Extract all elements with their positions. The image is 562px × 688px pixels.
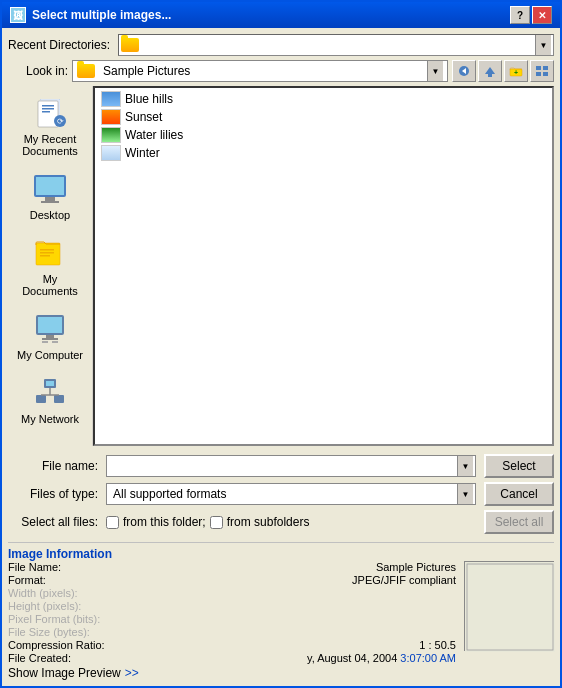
select-all-checkboxes: from this folder; from subfolders bbox=[106, 515, 476, 529]
sidebar-item-network[interactable]: My Network bbox=[10, 370, 90, 430]
main-window: 🖼 Select multiple images... ? ✕ Recent D… bbox=[0, 0, 562, 688]
title-bar-buttons: ? ✕ bbox=[510, 6, 552, 24]
sidebar-item-documents-label: My Documents bbox=[15, 273, 85, 297]
desktop-icon bbox=[32, 171, 68, 207]
info-row-file-size: File Size (bytes): bbox=[8, 626, 456, 638]
file-name-text-input[interactable] bbox=[109, 459, 457, 473]
from-folder-checkbox[interactable] bbox=[106, 516, 119, 529]
view-button[interactable] bbox=[530, 60, 554, 82]
file-thumb-winter bbox=[101, 145, 121, 161]
sidebar-item-documents[interactable]: My Documents bbox=[10, 230, 90, 302]
file-type-select[interactable]: All supported formats ▼ bbox=[106, 483, 476, 505]
svg-rect-25 bbox=[40, 255, 50, 257]
svg-rect-22 bbox=[36, 243, 60, 265]
svg-rect-8 bbox=[536, 72, 541, 76]
new-folder-button[interactable]: + bbox=[504, 60, 528, 82]
file-item-blue-hills[interactable]: Blue hills bbox=[97, 90, 550, 108]
file-name-winter: Winter bbox=[125, 146, 160, 160]
file-name-row: File name: ▼ Select bbox=[8, 454, 554, 478]
info-label-filename: File Name: bbox=[8, 561, 118, 573]
info-row-pixel-format: Pixel Format (bits): bbox=[8, 613, 456, 625]
recent-docs-icon: ⟳ bbox=[32, 95, 68, 131]
recent-dirs-label: Recent Directories: bbox=[8, 38, 110, 52]
svg-rect-39 bbox=[465, 562, 555, 652]
sidebar-item-network-label: My Network bbox=[21, 413, 79, 425]
look-in-combo[interactable]: Sample Pictures ▼ bbox=[72, 60, 448, 82]
svg-marker-2 bbox=[485, 67, 495, 74]
select-all-row: Select all files: from this folder; from… bbox=[8, 510, 554, 534]
dialog-content: Recent Directories: ▼ Look in: Sample Pi… bbox=[2, 28, 560, 686]
up-button[interactable] bbox=[478, 60, 502, 82]
file-thumb-sunset bbox=[101, 109, 121, 125]
info-value-pixel-format bbox=[122, 613, 456, 625]
file-type-row: Files of type: All supported formats ▼ C… bbox=[8, 482, 554, 506]
svg-rect-3 bbox=[488, 74, 492, 77]
close-button[interactable]: ✕ bbox=[532, 6, 552, 24]
file-item-sunset[interactable]: Sunset bbox=[97, 108, 550, 126]
main-area: ⟳ My RecentDocuments bbox=[8, 86, 554, 446]
sidebar-item-desktop[interactable]: Desktop bbox=[10, 166, 90, 226]
from-subfolders-checkbox[interactable] bbox=[210, 516, 223, 529]
sidebar-item-recent[interactable]: ⟳ My RecentDocuments bbox=[10, 90, 90, 162]
svg-rect-30 bbox=[42, 341, 48, 343]
file-name-water-lilies: Water lilies bbox=[125, 128, 183, 142]
svg-rect-24 bbox=[40, 252, 54, 254]
svg-rect-19 bbox=[36, 177, 64, 195]
file-name-label: File name: bbox=[8, 459, 98, 473]
select-all-button[interactable]: Select all bbox=[484, 510, 554, 534]
show-preview-arrow[interactable]: >> bbox=[125, 666, 139, 680]
file-thumb-water-lilies bbox=[101, 127, 121, 143]
toolbar-buttons: + bbox=[452, 60, 554, 82]
info-created-time: 3:07:00 AM bbox=[400, 652, 456, 664]
image-info-fields: File Name: Sample Pictures Format: JPEG/… bbox=[8, 561, 456, 680]
sidebar-item-recent-label: My RecentDocuments bbox=[22, 133, 78, 157]
folder-icon bbox=[121, 38, 139, 52]
image-preview bbox=[464, 561, 554, 651]
file-name-sunset: Sunset bbox=[125, 110, 162, 124]
svg-rect-6 bbox=[536, 66, 541, 70]
svg-rect-31 bbox=[52, 341, 58, 343]
info-row-compression: Compression Ratio: 1 : 50.5 bbox=[8, 639, 456, 651]
toolbar-row: Look in: Sample Pictures ▼ + bbox=[8, 60, 554, 82]
cancel-button[interactable]: Cancel bbox=[484, 482, 554, 506]
info-label-format: Format: bbox=[8, 574, 118, 586]
svg-rect-33 bbox=[46, 381, 54, 386]
sidebar-item-desktop-label: Desktop bbox=[30, 209, 70, 221]
file-thumb-blue-hills bbox=[101, 91, 121, 107]
file-name-arrow[interactable]: ▼ bbox=[457, 456, 473, 476]
info-label-pixel-format: Pixel Format (bits): bbox=[8, 613, 118, 625]
look-in-arrow[interactable]: ▼ bbox=[427, 61, 443, 81]
recent-dirs-arrow[interactable]: ▼ bbox=[535, 35, 551, 55]
info-value-filename: Sample Pictures bbox=[122, 561, 456, 573]
file-item-winter[interactable]: Winter bbox=[97, 144, 550, 162]
title-bar-left: 🖼 Select multiple images... bbox=[10, 7, 171, 23]
svg-rect-9 bbox=[543, 72, 548, 76]
form-area: File name: ▼ Select Files of type: All s… bbox=[8, 450, 554, 538]
select-button[interactable]: Select bbox=[484, 454, 554, 478]
file-type-arrow[interactable]: ▼ bbox=[457, 484, 473, 504]
window-icon: 🖼 bbox=[10, 7, 26, 23]
file-list[interactable]: Blue hills Sunset Water lilies Winter bbox=[93, 86, 554, 446]
svg-rect-14 bbox=[42, 108, 54, 110]
image-info-section: Image Information File Name: Sample Pict… bbox=[8, 542, 554, 680]
svg-rect-15 bbox=[42, 111, 50, 113]
from-folder-label: from this folder; bbox=[123, 515, 206, 529]
image-info-title: Image Information bbox=[8, 547, 112, 561]
info-value-width bbox=[122, 587, 456, 599]
file-type-label: Files of type: bbox=[8, 487, 98, 501]
file-name-input[interactable]: ▼ bbox=[106, 455, 476, 477]
svg-text:⟳: ⟳ bbox=[57, 117, 64, 126]
look-in-value: Sample Pictures bbox=[103, 64, 190, 78]
info-row-filename: File Name: Sample Pictures bbox=[8, 561, 456, 573]
image-info-content: File Name: Sample Pictures Format: JPEG/… bbox=[8, 561, 554, 680]
svg-rect-20 bbox=[45, 197, 55, 201]
svg-rect-13 bbox=[42, 105, 54, 107]
svg-text:+: + bbox=[514, 69, 518, 76]
file-item-water-lilies[interactable]: Water lilies bbox=[97, 126, 550, 144]
select-all-label: Select all files: bbox=[8, 515, 98, 529]
back-button[interactable] bbox=[452, 60, 476, 82]
recent-dirs-combo[interactable]: ▼ bbox=[118, 34, 554, 56]
sidebar-item-computer[interactable]: My Computer bbox=[10, 306, 90, 366]
help-button[interactable]: ? bbox=[510, 6, 530, 24]
info-row-created: File Created: y, August 04, 2004 3:07:00… bbox=[8, 652, 456, 664]
